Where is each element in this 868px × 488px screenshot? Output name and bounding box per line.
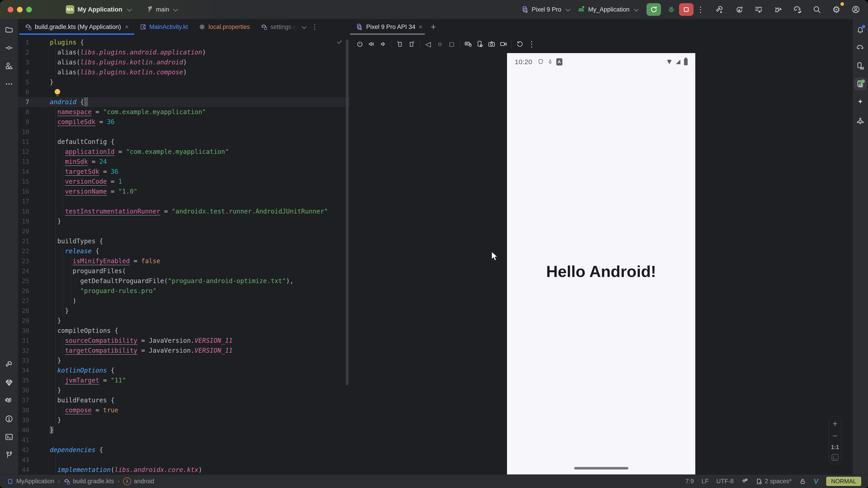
ideavim-icon[interactable]: V — [813, 477, 819, 486]
line-number[interactable]: 13 — [18, 157, 29, 167]
code-line[interactable]: 41 — [18, 435, 350, 445]
overview-button[interactable]: □ — [446, 38, 458, 50]
gradle-sync-button[interactable] — [791, 3, 804, 16]
code-line[interactable]: 12 applicationId = "com.example.myapplic… — [18, 147, 350, 157]
power-button[interactable] — [354, 38, 366, 50]
zoom-to-fit-button[interactable] — [832, 454, 838, 461]
code-line[interactable]: 39 } — [18, 415, 350, 425]
code-line[interactable]: 3 alias(libs.plugins.kotlin.android) — [18, 57, 350, 67]
code-line[interactable]: 42dependencies { — [18, 445, 350, 455]
code-line[interactable]: 21 buildTypes { — [18, 236, 350, 246]
quickfix-bulb-icon[interactable] — [55, 89, 60, 94]
code-line[interactable]: 28 } — [18, 306, 350, 316]
line-number[interactable]: 19 — [18, 217, 29, 226]
version-control-tool-button[interactable] — [3, 449, 16, 461]
editor-scrollbar[interactable] — [346, 39, 348, 385]
code-line[interactable]: 35 jvmTarget = "11" — [18, 376, 350, 385]
tab-options-button[interactable]: ⋮ — [311, 24, 318, 30]
resource-manager-tool-button[interactable] — [3, 60, 16, 72]
rotate-right-button[interactable] — [406, 38, 417, 50]
line-number[interactable]: 44 — [18, 465, 29, 475]
minimize-window-button[interactable] — [17, 7, 23, 12]
ai-disabled-icon[interactable] — [741, 478, 748, 485]
more-emulator-options-button[interactable]: ⋮ — [526, 38, 537, 50]
code-line[interactable]: 25 getDefaultProguardFile("proguard-andr… — [18, 276, 350, 286]
code-line[interactable]: 1plugins { — [18, 37, 350, 47]
gesture-navigation-bar[interactable] — [574, 467, 628, 469]
code-line[interactable]: 34 kotlinOptions { — [18, 365, 350, 376]
run-configuration-selector[interactable]: My_Application — [577, 5, 638, 14]
build-project-button[interactable] — [713, 3, 726, 16]
code-line[interactable]: 23 isMinifyEnabled = false — [18, 256, 350, 266]
code-line[interactable]: 9 compileSdk = 36 — [18, 117, 350, 127]
gradle-tool-button[interactable] — [854, 41, 867, 54]
code-editor[interactable]: 1plugins {2 alias(libs.plugins.android.a… — [18, 35, 350, 475]
line-number[interactable]: 33 — [18, 356, 29, 365]
code-line[interactable]: 14 targetSdk = 36 — [18, 167, 350, 177]
screen-record-button[interactable] — [498, 38, 509, 50]
line-number[interactable]: 38 — [18, 405, 29, 415]
code-line[interactable]: 43 — [18, 455, 350, 465]
snapshot-restore-button[interactable] — [514, 38, 526, 50]
code-line[interactable]: 29 } — [18, 316, 350, 326]
zoom-actual-size-button[interactable]: 1:1 — [831, 444, 839, 451]
line-number[interactable]: 23 — [18, 256, 29, 266]
hardware-input-button[interactable] — [462, 38, 474, 50]
code-line[interactable]: 10 — [18, 127, 350, 137]
code-line[interactable]: 32 targetCompatibility = JavaVersion.VER… — [18, 346, 350, 356]
line-number[interactable]: 22 — [18, 246, 29, 256]
profile-button[interactable] — [849, 3, 862, 16]
code-line[interactable]: 8 namespace = "com.example.myapplication… — [18, 107, 350, 117]
line-number[interactable]: 34 — [18, 365, 29, 376]
fullscreen-window-button[interactable] — [26, 7, 32, 12]
close-window-button[interactable] — [8, 7, 13, 12]
terminal-tool-button[interactable] — [3, 431, 16, 443]
line-number[interactable]: 43 — [18, 455, 29, 465]
code-line[interactable]: 5} — [18, 77, 350, 87]
back-button[interactable]: ◁ — [422, 38, 434, 50]
logcat-tool-button[interactable] — [3, 394, 16, 407]
line-number[interactable]: 7 — [18, 97, 29, 107]
line-number[interactable]: 35 — [18, 376, 29, 385]
line-number[interactable]: 18 — [18, 206, 29, 217]
zoom-in-button[interactable]: + — [833, 419, 837, 428]
project-tool-button[interactable] — [3, 24, 16, 36]
code-line[interactable]: 27 ) — [18, 296, 350, 306]
line-number[interactable]: 2 — [18, 47, 29, 57]
code-line[interactable]: 38 compose = true — [18, 405, 350, 415]
line-number[interactable]: 27 — [18, 296, 29, 306]
line-number[interactable]: 4 — [18, 67, 29, 77]
line-ending[interactable]: LF — [702, 478, 709, 485]
notifications-tool-button[interactable] — [854, 24, 867, 36]
tab-mainactivity-kt[interactable]: MainActivity.kt — [134, 19, 193, 35]
code-line[interactable]: 30 compileOptions { — [18, 326, 350, 336]
code-line[interactable]: 19 } — [18, 217, 350, 226]
zoom-out-button[interactable]: − — [833, 431, 837, 440]
assistant-tool-button[interactable] — [854, 114, 867, 127]
screenshot-button[interactable] — [486, 38, 498, 50]
code-line[interactable]: 44 implementation(libs.androidx.core.ktx… — [18, 465, 350, 475]
add-device-tab-button[interactable]: + — [426, 22, 440, 32]
code-line[interactable]: 4 alias(libs.plugins.kotlin.compose) — [18, 67, 350, 77]
vim-mode-badge[interactable]: NORMAL — [826, 477, 861, 486]
gemini-tool-button[interactable] — [854, 96, 867, 108]
line-number[interactable]: 32 — [18, 346, 29, 356]
code-line[interactable]: 26 "proguard-rules.pro" — [18, 286, 350, 296]
more-tool-windows-button[interactable] — [3, 78, 16, 90]
code-line[interactable]: 11 defaultConfig { — [18, 137, 350, 147]
line-number[interactable]: 30 — [18, 326, 29, 336]
volume-down-button[interactable] — [377, 38, 389, 50]
code-line[interactable]: 13 minSdk = 24 — [18, 157, 350, 167]
stop-app-button[interactable] — [679, 3, 693, 16]
device-selector[interactable]: Pixel 9 Pro — [521, 5, 569, 13]
line-number[interactable]: 12 — [18, 147, 29, 157]
build-tool-button[interactable] — [3, 358, 16, 371]
unlocked-icon[interactable] — [799, 478, 806, 485]
code-line[interactable]: 20 — [18, 226, 350, 236]
code-line[interactable]: 40} — [18, 425, 350, 435]
code-line[interactable]: 22 release { — [18, 246, 350, 256]
project-selector[interactable]: MA My Application — [63, 3, 134, 15]
line-number[interactable]: 20 — [18, 226, 29, 236]
settings-button[interactable]: ⚙ — [830, 3, 843, 16]
attach-debugger-button[interactable] — [772, 3, 784, 16]
